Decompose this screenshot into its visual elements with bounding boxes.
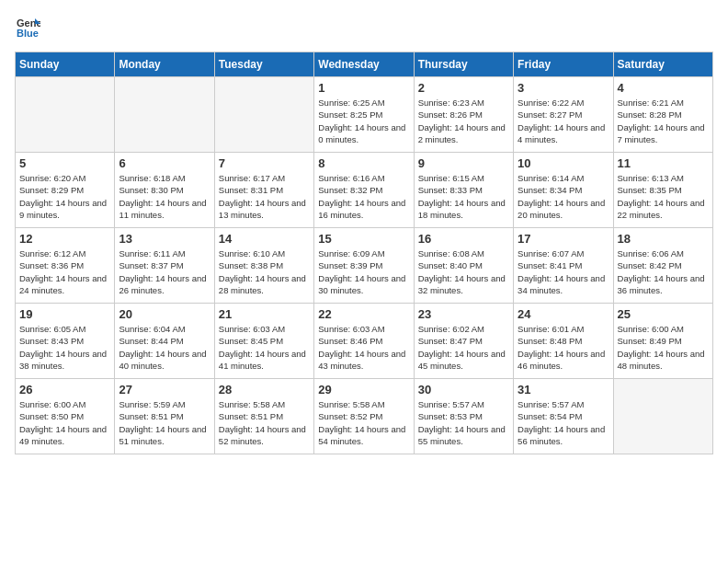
week-row-2: 12Sunrise: 6:12 AMSunset: 8:36 PMDayligh… [16, 228, 713, 304]
cell-info: Sunrise: 6:22 AMSunset: 8:27 PMDaylight:… [518, 97, 609, 145]
cell-info: Sunrise: 6:14 AMSunset: 8:34 PMDaylight:… [518, 172, 609, 221]
day-number: 22 [318, 307, 409, 321]
calendar-cell: 16Sunrise: 6:08 AMSunset: 8:40 PMDayligh… [414, 228, 513, 304]
calendar-cell: 26Sunrise: 6:00 AMSunset: 8:50 PMDayligh… [16, 379, 115, 454]
cell-info: Sunrise: 6:23 AMSunset: 8:26 PMDaylight:… [418, 97, 509, 145]
calendar-cell: 11Sunrise: 6:13 AMSunset: 8:35 PMDayligh… [613, 153, 712, 228]
calendar-cell: 27Sunrise: 5:59 AMSunset: 8:51 PMDayligh… [115, 379, 214, 454]
day-number: 10 [518, 156, 609, 170]
header-thursday: Thursday [414, 52, 513, 77]
calendar-header-row: SundayMondayTuesdayWednesdayThursdayFrid… [16, 52, 713, 77]
day-number: 24 [518, 307, 609, 321]
day-number: 29 [318, 383, 409, 396]
cell-info: Sunrise: 5:58 AMSunset: 8:51 PMDaylight:… [219, 398, 310, 447]
calendar-cell [16, 77, 115, 153]
cell-info: Sunrise: 6:15 AMSunset: 8:33 PMDaylight:… [418, 172, 509, 221]
day-number: 16 [418, 232, 509, 246]
week-row-4: 26Sunrise: 6:00 AMSunset: 8:50 PMDayligh… [16, 379, 713, 454]
day-number: 19 [19, 307, 110, 321]
cell-info: Sunrise: 6:21 AMSunset: 8:28 PMDaylight:… [618, 97, 709, 145]
calendar-cell: 21Sunrise: 6:03 AMSunset: 8:45 PMDayligh… [214, 304, 313, 379]
cell-info: Sunrise: 6:06 AMSunset: 8:42 PMDaylight:… [618, 247, 709, 296]
calendar-cell: 10Sunrise: 6:14 AMSunset: 8:34 PMDayligh… [514, 153, 613, 228]
calendar-cell: 14Sunrise: 6:10 AMSunset: 8:38 PMDayligh… [214, 228, 313, 304]
day-number: 12 [19, 232, 110, 246]
day-number: 9 [418, 156, 509, 170]
day-number: 18 [618, 232, 709, 246]
calendar-cell: 18Sunrise: 6:06 AMSunset: 8:42 PMDayligh… [613, 228, 712, 304]
cell-info: Sunrise: 5:59 AMSunset: 8:51 PMDaylight:… [119, 398, 210, 447]
calendar-cell: 30Sunrise: 5:57 AMSunset: 8:53 PMDayligh… [414, 379, 513, 454]
cell-info: Sunrise: 6:16 AMSunset: 8:32 PMDaylight:… [318, 172, 409, 221]
calendar-cell: 22Sunrise: 6:03 AMSunset: 8:46 PMDayligh… [314, 304, 414, 379]
cell-info: Sunrise: 6:10 AMSunset: 8:38 PMDaylight:… [219, 247, 310, 296]
day-number: 21 [219, 307, 310, 321]
cell-info: Sunrise: 6:09 AMSunset: 8:39 PMDaylight:… [318, 247, 409, 296]
calendar-cell: 6Sunrise: 6:18 AMSunset: 8:30 PMDaylight… [115, 153, 214, 228]
cell-info: Sunrise: 6:00 AMSunset: 8:49 PMDaylight:… [618, 323, 709, 372]
day-number: 11 [618, 156, 709, 170]
day-number: 26 [19, 383, 110, 396]
calendar-cell: 23Sunrise: 6:02 AMSunset: 8:47 PMDayligh… [414, 304, 513, 379]
cell-info: Sunrise: 6:17 AMSunset: 8:31 PMDaylight:… [219, 172, 310, 221]
calendar-cell: 7Sunrise: 6:17 AMSunset: 8:31 PMDaylight… [214, 153, 313, 228]
day-number: 31 [518, 383, 609, 396]
cell-info: Sunrise: 5:57 AMSunset: 8:53 PMDaylight:… [418, 398, 509, 447]
cell-info: Sunrise: 6:25 AMSunset: 8:25 PMDaylight:… [318, 97, 409, 145]
day-number: 17 [518, 232, 609, 246]
cell-info: Sunrise: 6:12 AMSunset: 8:36 PMDaylight:… [19, 247, 110, 296]
calendar-cell [115, 77, 214, 153]
day-number: 6 [119, 156, 210, 170]
svg-text:Blue: Blue [17, 28, 39, 39]
calendar-cell: 4Sunrise: 6:21 AMSunset: 8:28 PMDaylight… [613, 77, 712, 153]
cell-info: Sunrise: 6:20 AMSunset: 8:29 PMDaylight:… [19, 172, 110, 221]
header-wednesday: Wednesday [314, 52, 414, 77]
cell-info: Sunrise: 6:08 AMSunset: 8:40 PMDaylight:… [418, 247, 509, 296]
calendar-cell: 1Sunrise: 6:25 AMSunset: 8:25 PMDaylight… [314, 77, 414, 153]
header-tuesday: Tuesday [214, 52, 313, 77]
calendar-cell [613, 379, 712, 454]
cell-info: Sunrise: 6:18 AMSunset: 8:30 PMDaylight:… [119, 172, 210, 221]
header-friday: Friday [514, 52, 613, 77]
calendar-cell: 25Sunrise: 6:00 AMSunset: 8:49 PMDayligh… [613, 304, 712, 379]
cell-info: Sunrise: 6:04 AMSunset: 8:44 PMDaylight:… [119, 323, 210, 372]
calendar-table: SundayMondayTuesdayWednesdayThursdayFrid… [15, 52, 713, 454]
cell-info: Sunrise: 6:13 AMSunset: 8:35 PMDaylight:… [618, 172, 709, 221]
week-row-3: 19Sunrise: 6:05 AMSunset: 8:43 PMDayligh… [16, 304, 713, 379]
day-number: 23 [418, 307, 509, 321]
week-row-0: 1Sunrise: 6:25 AMSunset: 8:25 PMDaylight… [16, 77, 713, 153]
calendar-cell: 2Sunrise: 6:23 AMSunset: 8:26 PMDaylight… [414, 77, 513, 153]
calendar-cell: 13Sunrise: 6:11 AMSunset: 8:37 PMDayligh… [115, 228, 214, 304]
calendar-cell: 24Sunrise: 6:01 AMSunset: 8:48 PMDayligh… [514, 304, 613, 379]
calendar-cell: 17Sunrise: 6:07 AMSunset: 8:41 PMDayligh… [514, 228, 613, 304]
day-number: 5 [19, 156, 110, 170]
calendar-cell: 5Sunrise: 6:20 AMSunset: 8:29 PMDaylight… [16, 153, 115, 228]
calendar-cell: 9Sunrise: 6:15 AMSunset: 8:33 PMDaylight… [414, 153, 513, 228]
cell-info: Sunrise: 6:07 AMSunset: 8:41 PMDaylight:… [518, 247, 609, 296]
day-number: 13 [119, 232, 210, 246]
header-monday: Monday [115, 52, 214, 77]
cell-info: Sunrise: 6:03 AMSunset: 8:46 PMDaylight:… [318, 323, 409, 372]
day-number: 1 [318, 81, 409, 95]
day-number: 4 [618, 81, 709, 95]
cell-info: Sunrise: 6:03 AMSunset: 8:45 PMDaylight:… [219, 323, 310, 372]
calendar-cell: 3Sunrise: 6:22 AMSunset: 8:27 PMDaylight… [514, 77, 613, 153]
calendar-cell: 20Sunrise: 6:04 AMSunset: 8:44 PMDayligh… [115, 304, 214, 379]
header-saturday: Saturday [613, 52, 712, 77]
cell-info: Sunrise: 6:05 AMSunset: 8:43 PMDaylight:… [19, 323, 110, 372]
day-number: 27 [119, 383, 210, 396]
day-number: 3 [518, 81, 609, 95]
logo: General Blue [15, 15, 44, 40]
cell-info: Sunrise: 6:11 AMSunset: 8:37 PMDaylight:… [119, 247, 210, 296]
calendar-cell: 19Sunrise: 6:05 AMSunset: 8:43 PMDayligh… [16, 304, 115, 379]
cell-info: Sunrise: 6:00 AMSunset: 8:50 PMDaylight:… [19, 398, 110, 447]
cell-info: Sunrise: 6:02 AMSunset: 8:47 PMDaylight:… [418, 323, 509, 372]
day-number: 2 [418, 81, 509, 95]
calendar-cell [214, 77, 313, 153]
day-number: 25 [618, 307, 709, 321]
cell-info: Sunrise: 6:01 AMSunset: 8:48 PMDaylight:… [518, 323, 609, 372]
page-header: General Blue [15, 15, 713, 40]
calendar-cell: 12Sunrise: 6:12 AMSunset: 8:36 PMDayligh… [16, 228, 115, 304]
calendar-cell: 29Sunrise: 5:58 AMSunset: 8:52 PMDayligh… [314, 379, 414, 454]
calendar-cell: 31Sunrise: 5:57 AMSunset: 8:54 PMDayligh… [514, 379, 613, 454]
